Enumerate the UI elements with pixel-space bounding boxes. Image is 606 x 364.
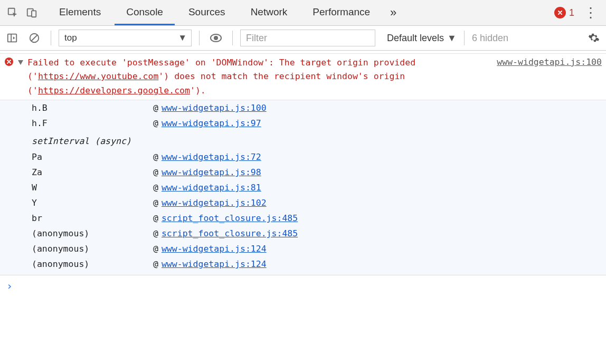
at-symbol: @ bbox=[153, 228, 158, 238]
error-message-row[interactable]: Failed to execute 'postMessage' on 'DOMW… bbox=[0, 53, 606, 100]
svg-rect-3 bbox=[8, 34, 17, 42]
frame-function: h.F bbox=[32, 118, 153, 128]
frame-function: br bbox=[32, 213, 153, 223]
frame-source-link[interactable]: www-widgetapi.js:97 bbox=[162, 118, 261, 128]
stack-frame: Y@www-widgetapi.js:102 bbox=[0, 195, 606, 210]
stack-frame: W@www-widgetapi.js:81 bbox=[0, 180, 606, 195]
error-source-link[interactable]: www-widgetapi.js:100 bbox=[497, 57, 602, 67]
filter-placeholder: Filter bbox=[246, 33, 267, 44]
stack-frame: (anonymous)@www-widgetapi.js:124 bbox=[0, 256, 606, 272]
svg-rect-2 bbox=[32, 11, 36, 17]
divider bbox=[199, 31, 200, 45]
hidden-count: 6 hidden bbox=[472, 33, 508, 44]
at-symbol: @ bbox=[153, 244, 158, 254]
context-value: top bbox=[64, 33, 77, 43]
execution-context-select[interactable]: top ▼ bbox=[59, 30, 192, 46]
device-toolbar-icon[interactable] bbox=[22, 3, 41, 22]
tab-sources[interactable]: Sources bbox=[177, 0, 237, 25]
at-symbol: @ bbox=[153, 183, 158, 193]
frame-source-link[interactable]: www-widgetapi.js:124 bbox=[162, 244, 267, 254]
frame-source-link[interactable]: www-widgetapi.js:81 bbox=[162, 183, 261, 193]
at-symbol: @ bbox=[153, 103, 158, 113]
frame-source-link[interactable]: www-widgetapi.js:98 bbox=[162, 167, 261, 177]
tab-console[interactable]: Console bbox=[115, 0, 175, 25]
toggle-sidebar-icon[interactable] bbox=[3, 29, 21, 47]
clear-console-icon[interactable] bbox=[25, 29, 43, 47]
filter-input[interactable]: Filter bbox=[240, 30, 375, 46]
error-icon bbox=[4, 57, 14, 69]
frame-source-link[interactable]: www-widgetapi.js:124 bbox=[162, 259, 267, 269]
frame-source-link[interactable]: www-widgetapi.js:100 bbox=[162, 103, 267, 113]
at-symbol: @ bbox=[153, 259, 158, 269]
at-symbol: @ bbox=[153, 118, 158, 128]
at-symbol: @ bbox=[153, 213, 158, 223]
error-badge-icon bbox=[554, 7, 566, 18]
stack-trace: h.B@www-widgetapi.js:100h.F@www-widgetap… bbox=[0, 100, 606, 275]
tabs-overflow-icon[interactable]: » bbox=[384, 0, 403, 25]
stack-frame: (anonymous)@script_foot_closure.js:485 bbox=[0, 226, 606, 241]
async-boundary: setInterval (async) bbox=[0, 131, 606, 149]
tab-network[interactable]: Network bbox=[239, 0, 299, 25]
stack-frame: h.F@www-widgetapi.js:97 bbox=[0, 116, 606, 131]
divider bbox=[464, 31, 465, 45]
frame-source-link[interactable]: www-widgetapi.js:72 bbox=[162, 152, 261, 162]
inspect-element-icon[interactable] bbox=[3, 3, 22, 22]
more-options-icon[interactable]: ⋮ bbox=[579, 9, 603, 16]
frame-source-link[interactable]: script_foot_closure.js:485 bbox=[162, 213, 298, 223]
frame-function: Za bbox=[32, 167, 153, 177]
stack-frame: Za@www-widgetapi.js:98 bbox=[0, 165, 606, 180]
frame-function: h.B bbox=[32, 103, 153, 113]
frame-function: Pa bbox=[32, 152, 153, 162]
console-settings-icon[interactable] bbox=[585, 29, 603, 47]
frame-source-link[interactable]: script_foot_closure.js:485 bbox=[162, 228, 298, 238]
panel-tabs: Elements Console Sources Network Perform… bbox=[48, 0, 554, 25]
frame-source-link[interactable]: www-widgetapi.js:102 bbox=[162, 198, 267, 208]
stack-frame: h.B@www-widgetapi.js:100 bbox=[0, 100, 606, 116]
at-symbol: @ bbox=[153, 198, 158, 208]
frame-function: W bbox=[32, 183, 153, 193]
stack-frame: Pa@www-widgetapi.js:72 bbox=[0, 149, 606, 165]
error-count[interactable]: 1 bbox=[554, 7, 574, 18]
divider bbox=[51, 31, 51, 45]
devtools-tabstrip: Elements Console Sources Network Perform… bbox=[0, 0, 606, 26]
console-prompt[interactable]: › bbox=[0, 275, 606, 296]
frame-function: (anonymous) bbox=[32, 244, 153, 254]
live-expression-icon[interactable] bbox=[207, 29, 225, 47]
levels-label: Default levels bbox=[387, 33, 444, 44]
chevron-down-icon: ▼ bbox=[178, 33, 187, 43]
stack-frame: (anonymous)@www-widgetapi.js:124 bbox=[0, 241, 606, 256]
at-symbol: @ bbox=[153, 167, 158, 177]
svg-line-6 bbox=[32, 35, 37, 41]
frame-function: (anonymous) bbox=[32, 259, 153, 269]
console-toolbar: top ▼ Filter Default levels ▼ 6 hidden bbox=[0, 26, 606, 51]
svg-point-7 bbox=[214, 36, 218, 40]
log-levels-select[interactable]: Default levels ▼ bbox=[387, 33, 457, 44]
stack-frame: br@script_foot_closure.js:485 bbox=[0, 210, 606, 226]
frame-function: (anonymous) bbox=[32, 228, 153, 238]
error-message-text: Failed to execute 'postMessage' on 'DOMW… bbox=[27, 56, 490, 98]
at-symbol: @ bbox=[153, 152, 158, 162]
tab-performance[interactable]: Performance bbox=[301, 0, 382, 25]
error-count-value: 1 bbox=[569, 7, 574, 18]
console-log-area: Failed to execute 'postMessage' on 'DOMW… bbox=[0, 51, 606, 275]
tab-elements[interactable]: Elements bbox=[48, 0, 112, 25]
chevron-down-icon: ▼ bbox=[447, 33, 457, 44]
frame-function: Y bbox=[32, 198, 153, 208]
expand-toggle-icon[interactable] bbox=[18, 60, 23, 65]
divider bbox=[232, 31, 233, 45]
